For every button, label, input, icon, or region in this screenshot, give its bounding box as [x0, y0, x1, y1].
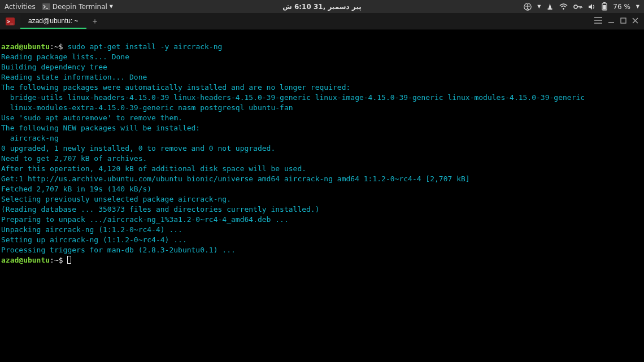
maximize-button[interactable]	[620, 17, 626, 25]
chevron-down-icon: ▼	[110, 4, 113, 9]
output-line: aircrack-ng	[1, 134, 59, 142]
output-line: 0 upgraded, 1 newly installed, 0 to remo…	[1, 144, 275, 152]
vpn-key-icon[interactable]	[573, 4, 582, 10]
svg-rect-4	[548, 8, 552, 10]
svg-point-3	[527, 4, 528, 5]
activities-button[interactable]: Activities	[5, 3, 36, 11]
output-line: The following NEW packages will be insta…	[1, 124, 200, 132]
output-line: Processing triggers for man-db (2.8.3-2u…	[1, 246, 236, 254]
gnome-top-bar: Activities Deepin Terminal ▼ پیر دسمبر ,…	[0, 0, 644, 14]
app-menu[interactable]: Deepin Terminal ▼	[42, 3, 113, 11]
output-line: The following packages were automaticall…	[1, 83, 350, 91]
vlc-tray-icon[interactable]	[546, 3, 554, 10]
battery-icon[interactable]	[602, 2, 607, 11]
command-text: sudo apt-get install -y aircrack-ng	[67, 42, 222, 51]
output-line: Fetched 2,707 kB in 19s (140 kB/s)	[1, 185, 151, 193]
svg-rect-17	[621, 18, 626, 23]
output-line: Use 'sudo apt autoremove' to remove them…	[1, 114, 182, 122]
output-line: Reading state information... Done	[1, 73, 147, 81]
svg-point-5	[563, 8, 564, 10]
prompt-user: azad@ubuntu	[1, 42, 50, 51]
app-icon: >_	[0, 14, 20, 29]
output-line: Reading package lists... Done	[1, 53, 129, 61]
output-line: bridge-utils linux-headers-4.15.0-39 lin…	[1, 93, 585, 102]
svg-rect-12	[603, 5, 606, 10]
wifi-icon[interactable]	[559, 3, 568, 10]
menu-icon[interactable]	[594, 17, 602, 25]
minimize-button[interactable]	[608, 17, 615, 25]
volume-icon[interactable]	[588, 3, 596, 10]
tab-title: azad@ubuntu: ~	[28, 17, 79, 25]
terminal-app-icon: >_	[6, 18, 15, 25]
output-line: (Reading database ... 350373 files and d…	[1, 205, 320, 213]
output-line: Preparing to unpack .../aircrack-ng_1%3a…	[1, 215, 289, 224]
prompt-user: azad@ubuntu	[1, 256, 50, 264]
output-line: After this operation, 4,120 kB of additi…	[1, 164, 306, 173]
terminal-icon	[42, 3, 50, 10]
output-line: linux-modules-extra-4.15.0-39-generic na…	[1, 103, 293, 112]
chevron-down-icon: ▼	[636, 4, 639, 9]
cursor	[67, 256, 71, 264]
new-tab-button[interactable]: ＋	[86, 14, 103, 29]
tab-bar: >_ azad@ubuntu: ~ ＋	[0, 14, 644, 29]
system-tray[interactable]: ▼ 76 % ▼	[524, 2, 639, 11]
close-button[interactable]	[632, 17, 638, 25]
output-line: Selecting previously unselected package …	[1, 195, 231, 203]
svg-point-6	[574, 5, 577, 8]
output-line: Setting up aircrack-ng (1:1.2-0~rc4-4) .…	[1, 235, 187, 244]
accessibility-icon[interactable]	[524, 3, 532, 11]
battery-percent: 76 %	[613, 3, 630, 11]
terminal-viewport[interactable]: azad@ubuntu:~$ sudo apt-get install -y a…	[0, 29, 644, 268]
clock[interactable]: پیر دسمبر ,31 6:10 ش	[282, 3, 362, 11]
chevron-down-icon: ▼	[537, 4, 541, 9]
app-menu-label: Deepin Terminal	[53, 3, 107, 11]
prompt-path: :~$	[50, 42, 67, 51]
prompt-path: :~$	[50, 256, 67, 264]
output-line: Need to get 2,707 kB of archives.	[1, 154, 147, 163]
output-line: Building dependency tree	[1, 63, 107, 71]
tab-active[interactable]: azad@ubuntu: ~	[20, 14, 86, 29]
output-line: Unpacking aircrack-ng (1:1.2-0~rc4-4) ..…	[1, 225, 182, 234]
output-line: Get:1 http://us.archive.ubuntu.com/ubunt…	[1, 175, 470, 183]
svg-rect-0	[42, 3, 50, 10]
